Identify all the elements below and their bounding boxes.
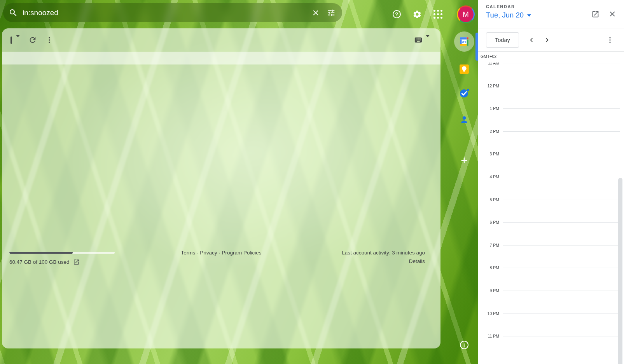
search-input[interactable] (21, 9, 308, 17)
account-activity: Last account activity: 3 minutes ago Det… (342, 250, 425, 264)
google-tasks-icon (459, 88, 470, 99)
side-panel-info-button[interactable]: i (455, 336, 474, 354)
hour-label: 7 PM (478, 242, 499, 248)
clear-search-icon[interactable] (308, 5, 323, 21)
calendar-header: CALENDAR Tue, Jun 20 (478, 0, 624, 28)
hour-line (503, 108, 620, 109)
hour-label: 9 PM (478, 288, 499, 293)
hour-line (503, 200, 620, 200)
hour-line (503, 245, 620, 246)
empty-message-row (2, 52, 440, 64)
hour-line (503, 313, 620, 314)
google-contacts-icon (459, 115, 469, 125)
last-activity-text: Last account activity: 3 minutes ago (342, 250, 425, 256)
keyboard-icon (414, 36, 423, 44)
google-keep-icon (459, 64, 469, 74)
terms-link[interactable]: Terms (181, 250, 195, 256)
search-bar[interactable] (3, 3, 342, 22)
hour-line (503, 131, 620, 132)
hour-line (503, 222, 620, 223)
hour-label: 12 PM (478, 83, 499, 89)
calendar-date-label: Tue, Jun 20 (486, 11, 524, 19)
calendar-side-panel: CALENDAR Tue, Jun 20 Today GMT+02 (478, 0, 624, 364)
input-tools-dropdown-icon[interactable] (426, 37, 430, 43)
add-side-panel-app-button[interactable]: + (455, 151, 474, 170)
open-in-new-tab-button[interactable] (588, 7, 602, 21)
calendar-date-selector[interactable]: Tue, Jun 20 (486, 11, 531, 19)
help-icon: ? (393, 10, 401, 18)
hour-label: 11 PM (478, 333, 499, 339)
sidebar-item-keep[interactable] (455, 60, 474, 78)
hour-label: 11 AM (478, 60, 499, 66)
gmt-offset-label: GMT+02 (481, 54, 498, 59)
hour-label: 8 PM (478, 265, 499, 270)
hour-line (503, 177, 620, 177)
hour-line (503, 154, 620, 154)
open-in-new-icon (73, 259, 80, 265)
plus-icon: + (461, 155, 468, 166)
info-icon: i (460, 341, 468, 349)
hour-label: 5 PM (478, 197, 499, 202)
close-panel-button[interactable] (605, 7, 619, 21)
sidebar-item-tasks[interactable] (455, 84, 474, 103)
more-vertical-icon (45, 36, 53, 44)
select-dropdown-icon[interactable] (16, 37, 20, 43)
google-calendar-icon: 31 (459, 37, 469, 47)
calendar-nav-row: Today (478, 28, 624, 52)
activity-details-link[interactable]: Details (409, 258, 425, 264)
gear-icon (413, 10, 422, 19)
active-app-indicator (475, 33, 478, 61)
hour-label: 3 PM (478, 151, 499, 157)
open-in-new-icon (591, 10, 600, 18)
gmail-topbar: ? M (0, 0, 478, 28)
hour-label: 4 PM (478, 174, 499, 179)
panel-app-label: CALENDAR (486, 4, 531, 9)
hour-line (503, 63, 620, 63)
refresh-icon (28, 36, 37, 44)
mail-toolbar (2, 28, 440, 52)
hour-line (503, 291, 620, 291)
svg-text:31: 31 (462, 40, 467, 44)
close-icon (608, 10, 617, 18)
chevron-left-icon (527, 36, 536, 44)
privacy-link[interactable]: Privacy (200, 250, 217, 256)
google-apps-button[interactable] (430, 7, 446, 22)
sidebar-item-contacts[interactable] (455, 110, 474, 129)
hour-label: 1 PM (478, 106, 499, 111)
input-tools-button[interactable] (414, 36, 423, 44)
program-policies-link[interactable]: Program Policies (222, 250, 262, 256)
search-icon[interactable] (5, 5, 21, 21)
refresh-button[interactable] (28, 36, 37, 44)
select-all-checkbox[interactable] (10, 37, 12, 43)
hour-line (503, 336, 620, 336)
more-vertical-icon (606, 36, 614, 44)
manage-storage-button[interactable] (73, 259, 80, 265)
mail-list-panel: 60.47 GB of 100 GB used Terms · Privacy … (2, 28, 440, 348)
hour-label: 2 PM (478, 129, 499, 134)
separator: · (197, 250, 199, 256)
chevron-right-icon (543, 36, 551, 44)
next-day-button[interactable] (539, 32, 555, 48)
date-dropdown-arrow-icon (527, 14, 531, 17)
calendar-scrollbar[interactable] (618, 178, 622, 364)
more-options-button[interactable] (45, 36, 53, 44)
calendar-hour-grid: GMT+02 11 AM12 PM1 PM2 PM3 PM4 PM5 PM6 P… (478, 52, 624, 364)
hour-line (503, 268, 620, 268)
previous-day-button[interactable] (524, 32, 539, 48)
settings-button[interactable] (409, 7, 425, 22)
storage-text: 60.47 GB of 100 GB used (9, 259, 70, 265)
calendar-options-button[interactable] (602, 32, 618, 48)
sidebar-item-calendar[interactable]: 31 (455, 32, 474, 51)
separator: · (218, 250, 220, 256)
hour-label: 6 PM (478, 219, 499, 225)
search-options-icon[interactable] (323, 5, 339, 21)
side-panel-app-strip: 31 + i (450, 0, 478, 364)
apps-grid-icon (433, 10, 442, 19)
hour-line (503, 86, 620, 86)
help-button[interactable]: ? (389, 7, 404, 22)
hour-label: 10 PM (478, 311, 499, 316)
today-button[interactable]: Today (486, 32, 519, 48)
